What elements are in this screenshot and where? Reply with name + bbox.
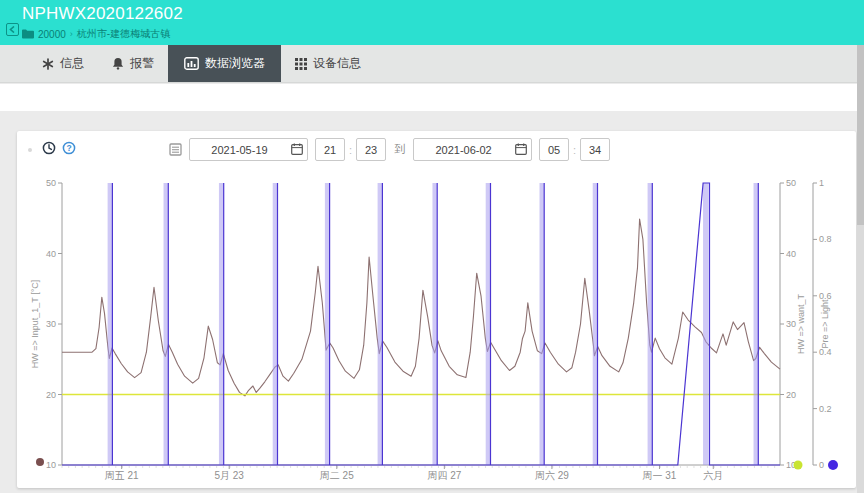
svg-text:HW => want_T: HW => want_T bbox=[796, 293, 806, 354]
tab-device-info[interactable]: 设备信息 bbox=[281, 45, 375, 82]
svg-text:0.8: 0.8 bbox=[819, 234, 832, 244]
svg-text:20: 20 bbox=[786, 390, 796, 400]
svg-text:30: 30 bbox=[786, 319, 796, 329]
svg-text:20: 20 bbox=[46, 390, 56, 400]
scrollbar-thumb[interactable] bbox=[857, 45, 864, 225]
tab-data-explorer[interactable]: 数据浏览器 bbox=[168, 45, 281, 82]
svg-text:HW => Input_1_T [°C]: HW => Input_1_T [°C] bbox=[30, 280, 40, 368]
tab-label: 设备信息 bbox=[313, 55, 361, 72]
tab-label: 信息 bbox=[60, 55, 84, 72]
breadcrumb-item-group[interactable]: 20000 bbox=[38, 29, 66, 40]
breadcrumb-item-location[interactable]: 杭州市-建德梅城古镇 bbox=[77, 27, 170, 41]
svg-text:10: 10 bbox=[46, 460, 56, 470]
svg-text:周一 31: 周一 31 bbox=[643, 470, 677, 481]
collapse-panel-icon[interactable] bbox=[6, 23, 19, 36]
svg-text:周六 29: 周六 29 bbox=[535, 470, 569, 481]
svg-text:40: 40 bbox=[786, 249, 796, 259]
tab-alarm[interactable]: 报警 bbox=[98, 45, 168, 82]
folder-icon bbox=[22, 29, 34, 39]
tab-bar: 信息 报警 数据浏览器 bbox=[0, 45, 864, 83]
tab-label: 数据浏览器 bbox=[205, 55, 265, 72]
tab-info[interactable]: 信息 bbox=[28, 45, 98, 82]
scrollbar[interactable] bbox=[857, 45, 864, 493]
svg-text:0.2: 0.2 bbox=[819, 404, 832, 414]
page-title: NPHWX2020122602 bbox=[22, 4, 183, 24]
svg-text:周二 25: 周二 25 bbox=[320, 470, 354, 481]
asterisk-icon bbox=[42, 58, 54, 70]
svg-text:0: 0 bbox=[819, 460, 824, 470]
breadcrumb: 20000 › 杭州市-建德梅城古镇 bbox=[22, 27, 170, 41]
left-arrow-icon bbox=[9, 26, 16, 33]
svg-text:六月: 六月 bbox=[703, 470, 723, 481]
time-series-chart[interactable]: 1020304050102030405000.20.40.60.81周五 215… bbox=[17, 131, 856, 488]
grid-icon bbox=[295, 58, 307, 70]
app-header: NPHWX2020122602 20000 › 杭州市-建德梅城古镇 bbox=[0, 0, 864, 45]
svg-text:0.6: 0.6 bbox=[819, 291, 832, 301]
svg-text:50: 50 bbox=[786, 178, 796, 188]
chart-card: ? : 到 bbox=[17, 131, 856, 488]
breadcrumb-separator: › bbox=[70, 29, 73, 39]
svg-text:50: 50 bbox=[46, 178, 56, 188]
bar-chart-icon bbox=[184, 57, 199, 70]
svg-text:30: 30 bbox=[46, 319, 56, 329]
content-strip bbox=[0, 84, 864, 111]
svg-text:40: 40 bbox=[46, 249, 56, 259]
svg-text:5月 23: 5月 23 bbox=[214, 470, 244, 481]
svg-text:Pre => Light: Pre => Light bbox=[820, 299, 830, 349]
tab-label: 报警 bbox=[130, 55, 154, 72]
svg-text:周五 21: 周五 21 bbox=[105, 470, 139, 481]
svg-text:1: 1 bbox=[819, 178, 824, 188]
bell-icon bbox=[112, 57, 124, 70]
svg-text:周四 27: 周四 27 bbox=[427, 470, 461, 481]
